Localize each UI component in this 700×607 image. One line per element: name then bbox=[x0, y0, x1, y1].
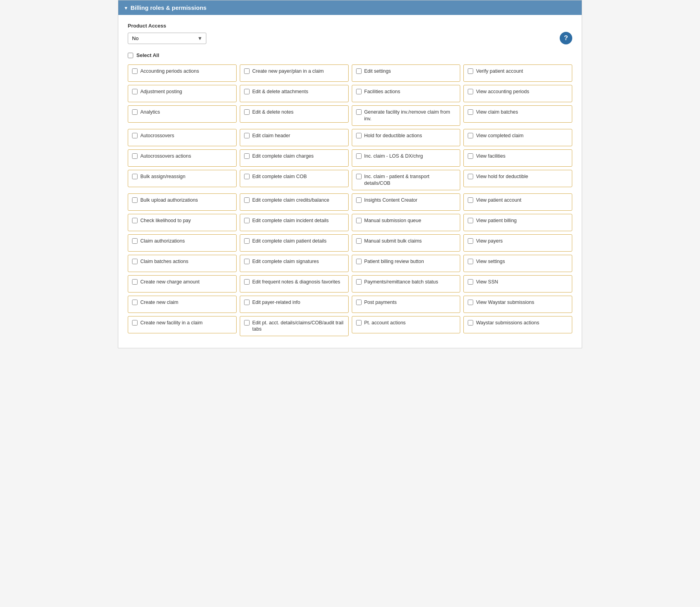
permission-checkbox[interactable] bbox=[356, 109, 362, 115]
permission-checkbox[interactable] bbox=[356, 218, 362, 223]
permission-checkbox[interactable] bbox=[468, 320, 473, 326]
permission-checkbox[interactable] bbox=[244, 320, 250, 326]
permission-checkbox[interactable] bbox=[356, 320, 362, 326]
permission-checkbox[interactable] bbox=[356, 300, 362, 305]
list-item: Edit complete claim incident details bbox=[240, 214, 349, 231]
select-all-label: Select All bbox=[136, 52, 159, 58]
permission-checkbox[interactable] bbox=[356, 174, 362, 179]
permission-label: View settings bbox=[476, 258, 505, 265]
permission-checkbox[interactable] bbox=[244, 153, 250, 159]
list-item: View accounting periods bbox=[463, 85, 572, 102]
permission-label: Edit frequent notes & diagnosis favorite… bbox=[252, 279, 340, 285]
permission-label: View payers bbox=[476, 238, 503, 245]
permission-label: View Waystar submissions bbox=[476, 299, 534, 306]
collapse-chevron[interactable]: ▾ bbox=[125, 5, 127, 11]
permission-label: Autocrossovers bbox=[140, 132, 174, 139]
list-item: Edit & delete attachments bbox=[240, 85, 349, 102]
list-item: Create new payer/plan in a claim bbox=[240, 64, 349, 82]
permission-checkbox[interactable] bbox=[356, 259, 362, 264]
permission-checkbox[interactable] bbox=[244, 279, 250, 285]
permission-checkbox[interactable] bbox=[244, 109, 250, 115]
permission-checkbox[interactable] bbox=[356, 153, 362, 159]
permission-checkbox[interactable] bbox=[132, 174, 138, 179]
permission-checkbox[interactable] bbox=[132, 218, 138, 223]
permission-checkbox[interactable] bbox=[132, 238, 138, 244]
permission-checkbox[interactable] bbox=[468, 259, 473, 264]
permission-checkbox[interactable] bbox=[468, 197, 473, 203]
permission-checkbox[interactable] bbox=[132, 300, 138, 305]
permission-checkbox[interactable] bbox=[356, 89, 362, 94]
permission-checkbox[interactable] bbox=[244, 89, 250, 94]
permission-checkbox[interactable] bbox=[468, 218, 473, 223]
permission-checkbox[interactable] bbox=[356, 279, 362, 285]
product-access-select-wrapper: No Yes ▼ bbox=[128, 33, 206, 44]
permission-label: Generate facility inv./remove claim from… bbox=[364, 109, 456, 122]
list-item: Check likelihood to pay bbox=[128, 214, 237, 231]
list-item: Claim batches actions bbox=[128, 255, 237, 272]
list-item: View claim batches bbox=[463, 105, 572, 123]
list-item: Edit complete claim signatures bbox=[240, 255, 349, 272]
permission-checkbox[interactable] bbox=[132, 320, 138, 326]
permission-checkbox[interactable] bbox=[468, 238, 473, 244]
list-item: Manual submission queue bbox=[352, 214, 461, 231]
permission-checkbox[interactable] bbox=[468, 279, 473, 285]
permission-checkbox[interactable] bbox=[468, 109, 473, 115]
permission-checkbox[interactable] bbox=[244, 300, 250, 305]
list-item: View completed claim bbox=[463, 129, 572, 146]
list-item: View Waystar submissions bbox=[463, 296, 572, 313]
list-item: Inc. claim - LOS & DX/chrg bbox=[352, 149, 461, 167]
permission-checkbox[interactable] bbox=[244, 259, 250, 264]
list-item: Edit frequent notes & diagnosis favorite… bbox=[240, 275, 349, 292]
permission-label: Edit pt. acct. details/claims/COB/audit … bbox=[252, 320, 344, 333]
permission-label: Manual submission queue bbox=[364, 217, 421, 224]
list-item: Verify patient account bbox=[463, 64, 572, 82]
permission-label: View hold for deductible bbox=[476, 173, 528, 180]
permission-label: Edit complete claim charges bbox=[252, 153, 314, 160]
permission-checkbox[interactable] bbox=[244, 68, 250, 74]
permission-checkbox[interactable] bbox=[356, 68, 362, 74]
permission-checkbox[interactable] bbox=[132, 133, 138, 138]
list-item: Create new charge amount bbox=[128, 275, 237, 292]
product-access-select[interactable]: No Yes bbox=[128, 33, 206, 44]
permission-label: Bulk assign/reassign bbox=[140, 173, 186, 180]
permission-checkbox[interactable] bbox=[244, 133, 250, 138]
permission-checkbox[interactable] bbox=[468, 89, 473, 94]
permission-checkbox[interactable] bbox=[356, 238, 362, 244]
list-item: Edit complete claim credits/balance bbox=[240, 193, 349, 211]
permission-label: Claim batches actions bbox=[140, 258, 188, 265]
permission-label: Waystar submissions actions bbox=[476, 320, 539, 326]
permission-checkbox[interactable] bbox=[132, 109, 138, 115]
permission-checkbox[interactable] bbox=[468, 133, 473, 138]
list-item: Bulk assign/reassign bbox=[128, 170, 237, 187]
permission-checkbox[interactable] bbox=[468, 153, 473, 159]
permission-label: Accounting periods actions bbox=[140, 68, 199, 75]
permission-checkbox[interactable] bbox=[468, 68, 473, 74]
list-item: Adjustment posting bbox=[128, 85, 237, 102]
permission-checkbox[interactable] bbox=[244, 197, 250, 203]
help-button[interactable]: ? bbox=[560, 32, 572, 44]
permission-checkbox[interactable] bbox=[356, 197, 362, 203]
permission-label: Hold for deductible actions bbox=[364, 132, 422, 139]
permission-checkbox[interactable] bbox=[132, 89, 138, 94]
permission-checkbox[interactable] bbox=[132, 279, 138, 285]
panel-title: Billing roles & permissions bbox=[130, 4, 206, 11]
permission-checkbox[interactable] bbox=[132, 68, 138, 74]
permission-checkbox[interactable] bbox=[132, 153, 138, 159]
product-access-label: Product Access bbox=[128, 23, 572, 29]
permission-checkbox[interactable] bbox=[132, 197, 138, 203]
select-all-checkbox[interactable] bbox=[128, 53, 133, 58]
permission-checkbox[interactable] bbox=[132, 259, 138, 264]
permission-checkbox[interactable] bbox=[468, 174, 473, 179]
list-item: Insights Content Creator bbox=[352, 193, 461, 211]
permission-checkbox[interactable] bbox=[244, 174, 250, 179]
list-item: Facilities actions bbox=[352, 85, 461, 102]
permission-checkbox[interactable] bbox=[356, 133, 362, 138]
permission-checkbox[interactable] bbox=[244, 238, 250, 244]
permission-checkbox[interactable] bbox=[244, 218, 250, 223]
permission-label: Analytics bbox=[140, 109, 160, 116]
permission-checkbox[interactable] bbox=[468, 300, 473, 305]
permission-label: Edit complete claim COB bbox=[252, 173, 307, 180]
list-item: Post payments bbox=[352, 296, 461, 313]
list-item: Edit & delete notes bbox=[240, 105, 349, 123]
list-item: Edit pt. acct. details/claims/COB/audit … bbox=[240, 316, 349, 337]
